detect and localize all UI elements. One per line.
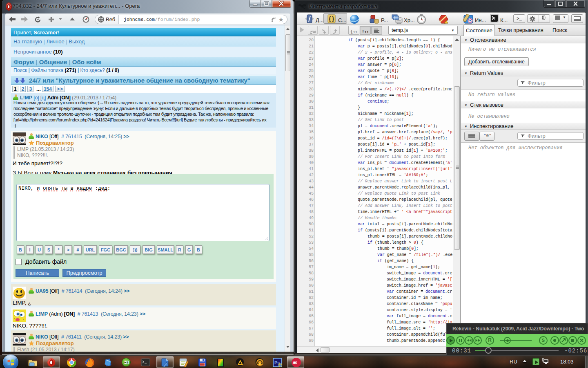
svg-text:{: {	[329, 16, 331, 22]
svg-text:}: }	[332, 16, 334, 22]
